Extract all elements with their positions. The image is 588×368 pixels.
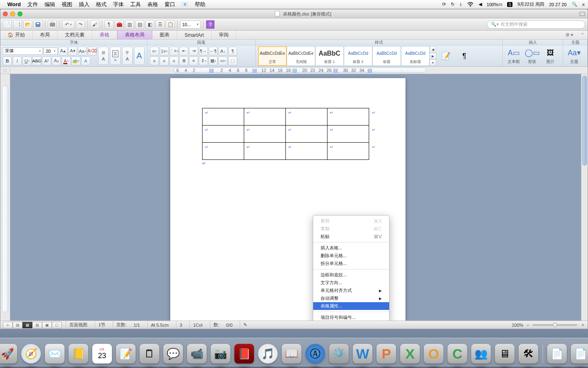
dock-communicator[interactable]: C bbox=[448, 344, 467, 364]
menubar-time[interactable]: 20 27 20 bbox=[549, 2, 567, 7]
vertical-ruler[interactable] bbox=[0, 74, 10, 321]
styles-next[interactable]: ▶ bbox=[430, 53, 436, 59]
shading-button[interactable]: ▭▾ bbox=[218, 56, 227, 65]
line-spacing-button[interactable]: ⇕▾ bbox=[199, 56, 208, 65]
dock-messenger[interactable]: 👥 bbox=[471, 344, 491, 364]
ruler-corner[interactable]: ⬚ bbox=[0, 67, 10, 74]
horizontal-ruler[interactable]: 6 4 2 |||| 2 4 6 8 |||| 12 14 16 18 ||||… bbox=[10, 67, 588, 74]
dock-office-o[interactable]: O bbox=[424, 344, 443, 364]
open-button[interactable]: 📂 bbox=[23, 20, 32, 29]
ctx-table-properties[interactable]: 表格属性... bbox=[313, 302, 389, 310]
tab-home[interactable]: 开始 bbox=[0, 31, 33, 39]
view-print[interactable]: ▦ bbox=[22, 322, 32, 328]
gallery-button[interactable]: ▤ bbox=[135, 20, 144, 29]
vertical-scrollbar[interactable] bbox=[581, 74, 588, 321]
ctx-borders[interactable]: 边框和底纹... bbox=[313, 271, 389, 279]
dock-itunes[interactable]: 🎵 bbox=[258, 344, 278, 364]
dock-appstore[interactable]: Ⓐ bbox=[305, 344, 325, 364]
show-marks-button[interactable]: ¶ bbox=[228, 47, 237, 56]
dock-safari[interactable]: 🧭 bbox=[21, 344, 41, 364]
picture-button[interactable]: 🖼图片 bbox=[542, 46, 559, 66]
print-button[interactable] bbox=[48, 20, 57, 29]
dock-preferences[interactable]: ⚙️ bbox=[329, 344, 349, 364]
strike-button[interactable]: ABC bbox=[32, 56, 41, 65]
align-center-button[interactable]: ≡ bbox=[160, 56, 169, 65]
menubar-sync-icon[interactable]: ⟳ bbox=[442, 2, 446, 7]
canvas[interactable]: ↵↵↵↵ ↵↵↵↵ ↵↵↵↵ ↵ ↵ ↵ ↵ 剪切⌘X 复制⌘C 粘贴⌘V 插入… bbox=[10, 74, 581, 321]
dock-wps-p[interactable]: P bbox=[376, 344, 396, 364]
menu-script-icon[interactable]: 📧 bbox=[182, 1, 188, 7]
format-painter-button[interactable]: 🖌 bbox=[90, 20, 99, 29]
help-button[interactable]: ? bbox=[206, 20, 215, 29]
textbox-button[interactable]: A▭文本框 bbox=[505, 46, 522, 66]
dock-ibooks[interactable]: 📖 bbox=[282, 344, 301, 364]
menu-help[interactable]: 帮助 bbox=[195, 1, 205, 8]
view-focus[interactable]: ▢ bbox=[52, 322, 62, 328]
font-color-button[interactable]: A▾ bbox=[62, 56, 71, 65]
dock-reminders[interactable]: 📝 bbox=[116, 344, 136, 364]
italic-button[interactable]: I bbox=[13, 56, 22, 65]
navpane-button[interactable]: ☰ bbox=[156, 20, 165, 29]
ctx-text-direction[interactable]: 文字方向... bbox=[313, 279, 389, 287]
zoom-out-button[interactable]: − bbox=[527, 323, 529, 328]
menubar-wifi-icon[interactable] bbox=[467, 2, 474, 7]
ctx-cut[interactable]: 剪切⌘X bbox=[313, 217, 389, 225]
style-normal[interactable]: AaBbCcDdEe正常 bbox=[258, 46, 287, 66]
bullets-button[interactable]: ≡▾ bbox=[150, 47, 159, 56]
styles-prev[interactable]: ◀ bbox=[430, 46, 436, 53]
show-formatting-button[interactable]: ¶ bbox=[105, 20, 114, 29]
change-case-button[interactable]: Aa▾ bbox=[78, 47, 87, 56]
align-right-button[interactable]: ≡ bbox=[169, 56, 178, 65]
menubar-battery[interactable]: 100% ▭ bbox=[487, 2, 502, 7]
new-button[interactable]: 📄 bbox=[3, 20, 12, 29]
view-outline[interactable]: ▤ bbox=[13, 322, 22, 328]
dock-doc1[interactable]: 📄 bbox=[547, 344, 567, 364]
superscript-button[interactable]: A² bbox=[42, 56, 51, 65]
rtl-button[interactable]: ←¶ bbox=[209, 47, 218, 56]
sidebar-button[interactable]: ▥ bbox=[125, 20, 134, 29]
character-border-button[interactable]: 字A bbox=[122, 47, 133, 65]
dock-launchpad[interactable]: 🚀 bbox=[0, 344, 17, 364]
menu-edit[interactable]: 编辑 bbox=[45, 1, 55, 8]
menubar-notification-icon[interactable]: ≡ bbox=[582, 2, 585, 7]
dock-photobooth[interactable]: 📷 bbox=[211, 344, 230, 364]
ctx-insert-table[interactable]: 插入表格... bbox=[313, 244, 389, 252]
grow-font-button[interactable]: A▴ bbox=[58, 47, 67, 56]
clear-format-button[interactable]: A⌫ bbox=[88, 47, 97, 56]
tab-review[interactable]: 审阅 bbox=[212, 31, 236, 39]
dock-wps-x[interactable]: X bbox=[400, 344, 420, 364]
tab-smartart[interactable]: SmartArt bbox=[177, 31, 212, 39]
menu-window[interactable]: 窗口 bbox=[165, 1, 175, 8]
highlight-button[interactable]: ab▾ bbox=[71, 56, 80, 65]
close-button[interactable] bbox=[3, 11, 8, 16]
tab-tablelayout[interactable]: 表格布局 bbox=[117, 31, 152, 39]
search-input[interactable]: 🔍▾ 在文档中搜索 bbox=[487, 20, 585, 29]
decrease-indent-button[interactable]: ⇤ bbox=[179, 47, 188, 56]
ribbon-collapse[interactable]: ⌃ bbox=[577, 31, 588, 39]
style-title[interactable]: AaBbCcDd标题 bbox=[372, 46, 401, 66]
font-name-combo[interactable]: 宋体▾ bbox=[3, 47, 43, 55]
media-button[interactable]: ◧ bbox=[145, 20, 154, 29]
underline-button[interactable]: U▾ bbox=[22, 56, 31, 65]
view-draft[interactable]: ≡ bbox=[3, 322, 13, 328]
zoom-in-button[interactable]: ＋ bbox=[581, 322, 585, 328]
template-button[interactable]: 📑 bbox=[13, 20, 22, 29]
ctx-bullets[interactable]: 项目符号和编号... bbox=[313, 314, 389, 321]
dock-messages[interactable]: 💬 bbox=[163, 344, 183, 364]
ltr-button[interactable]: ¶→ bbox=[199, 47, 208, 56]
menubar-spotlight-icon[interactable]: 🔍 bbox=[572, 2, 577, 7]
dock-rdp[interactable]: 🖥 bbox=[495, 344, 514, 364]
ctx-copy[interactable]: 复制⌘C bbox=[313, 225, 389, 233]
distributed-button[interactable]: ⫩ bbox=[189, 56, 198, 65]
zoom-button[interactable] bbox=[18, 11, 22, 16]
view-notebook[interactable]: ▥ bbox=[32, 322, 42, 328]
menu-insert[interactable]: 插入 bbox=[79, 1, 89, 8]
theme-button[interactable]: Aa▾主题 bbox=[566, 46, 583, 66]
dock-contacts[interactable]: 📒 bbox=[69, 344, 88, 364]
texteffect-big-button[interactable]: A bbox=[134, 47, 145, 65]
redo-button[interactable]: ↷ bbox=[76, 20, 85, 29]
save-button[interactable] bbox=[33, 20, 42, 29]
app-name[interactable]: Word bbox=[7, 1, 21, 7]
menu-format[interactable]: 格式 bbox=[96, 1, 107, 8]
menubar-bluetooth-icon[interactable]: ᚼ bbox=[459, 2, 462, 7]
